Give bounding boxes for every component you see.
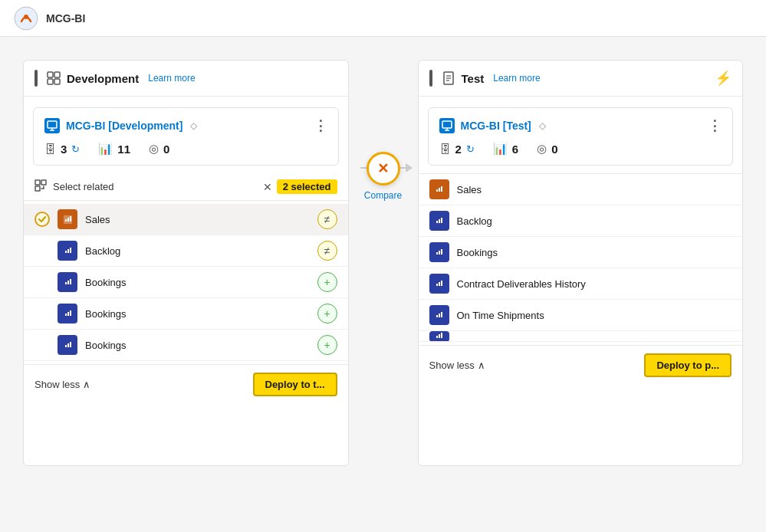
item-name-backlog-dev: Backlog (85, 245, 310, 257)
item-name-sales-dev: Sales (85, 214, 310, 225)
test-learn-more-link[interactable]: Learn more (493, 73, 540, 84)
svg-rect-3 (54, 72, 60, 77)
test-item-icon-blue (429, 305, 449, 325)
test-reports-stat: 📊 6 (493, 142, 518, 156)
database-icon: 🗄 (44, 143, 56, 156)
compare-label[interactable]: Compare (364, 190, 402, 201)
svg-rect-11 (35, 186, 40, 191)
list-item[interactable]: Backlog ≠ (24, 235, 348, 267)
app-logo-icon (14, 6, 38, 31)
item-name-contract-test: Contract Deliverables History (457, 278, 732, 290)
test-diamond-icon: ◇ (539, 120, 546, 131)
test-bar-chart-icon: 📊 (493, 142, 508, 156)
test-stage-header: Test Learn more ⚡ (419, 61, 743, 97)
test-show-less-btn[interactable]: Show less ∧ (429, 360, 485, 371)
test-item-icon-blue (429, 242, 449, 262)
compare-container: ✕ Compare (349, 152, 418, 201)
development-workspace-menu[interactable]: ⋮ (314, 117, 327, 134)
list-item[interactable]: Backlog (419, 205, 743, 237)
dashboard-icon: ◎ (149, 142, 159, 156)
test-settings-icon[interactable]: ⚡ (715, 70, 731, 87)
development-dashboards-stat: ◎ 0 (149, 142, 169, 156)
test-refresh-icon[interactable]: ↻ (466, 143, 475, 155)
selected-count-badge: 2 selected (277, 179, 337, 194)
development-stage-header: Development Learn more (24, 61, 348, 97)
test-item-icon-blue (429, 211, 449, 231)
select-related-label: Select related (53, 181, 257, 192)
stage-dev-icon (47, 71, 61, 85)
test-dashboard-icon: ◎ (537, 142, 547, 156)
stage-bar-test (429, 70, 432, 87)
development-show-less-btn[interactable]: Show less ∧ (35, 379, 90, 390)
list-item-partial[interactable] (419, 331, 743, 342)
list-item[interactable]: Bookings + (24, 298, 348, 330)
development-reports-stat: 📊 11 (98, 142, 130, 156)
item-diff-btn-sales[interactable]: ≠ (317, 209, 337, 229)
list-item[interactable]: Sales (419, 174, 743, 205)
test-datasets-count: 2 (455, 143, 462, 156)
list-item[interactable]: Bookings + (24, 267, 348, 298)
test-item-icon-orange (429, 179, 449, 199)
item-icon-blue (58, 272, 77, 292)
list-item[interactable]: Sales ≠ (24, 204, 348, 235)
list-item[interactable]: Bookings (419, 237, 743, 268)
clear-selection-icon[interactable]: ✕ (263, 181, 272, 193)
main-content: Development Learn more MCG-BI [Developme… (0, 37, 766, 481)
test-dashboards-count: 0 (551, 143, 557, 156)
list-item[interactable]: On Time Shipments (419, 300, 743, 331)
svg-rect-4 (48, 79, 53, 84)
test-reports-count: 6 (512, 143, 518, 156)
item-diff-btn-backlog[interactable]: ≠ (317, 241, 337, 261)
item-name-ontime-test: On Time Shipments (457, 310, 732, 321)
development-deploy-btn[interactable]: Deploy to t... (253, 373, 337, 396)
development-datasets-stat: 🗄 3 ↻ (44, 143, 80, 156)
svg-rect-5 (54, 79, 60, 84)
development-dashboards-count: 0 (163, 143, 169, 156)
compare-circle-btn[interactable]: ✕ (367, 152, 400, 186)
item-name-bookings-dev-3: Bookings (85, 340, 310, 351)
test-stats-row: 🗄 2 ↻ 📊 6 ◎ 0 (439, 142, 722, 156)
pipeline-arrow-area: ✕ Compare (349, 60, 418, 201)
test-item-icon-blue (429, 274, 449, 294)
development-diamond-icon: ◇ (190, 120, 197, 131)
svg-rect-17 (442, 121, 452, 128)
item-name-bookings-dev-1: Bookings (85, 277, 310, 288)
development-stage-title: Development (67, 72, 139, 85)
stage-bar-dev (35, 70, 38, 87)
svg-point-1 (24, 15, 28, 19)
item-name-bookings-test: Bookings (457, 247, 732, 258)
item-add-btn-bookings-3[interactable]: + (317, 335, 337, 355)
svg-rect-10 (41, 180, 46, 185)
item-add-btn-bookings-2[interactable]: + (317, 304, 337, 323)
development-workspace-header: MCG-BI [Development] ◇ ⋮ (44, 117, 327, 134)
test-workspace-menu[interactable]: ⋮ (708, 117, 722, 134)
test-workspace-name: MCG-BI [Test] (461, 120, 531, 132)
test-stage-title: Test (462, 72, 485, 85)
development-stage-footer: Show less ∧ Deploy to t... (24, 364, 348, 404)
development-learn-more-link[interactable]: Learn more (148, 73, 195, 84)
list-item[interactable]: Contract Deliverables History (419, 268, 743, 300)
development-refresh-icon[interactable]: ↻ (71, 143, 80, 155)
item-check-circle (35, 212, 50, 227)
test-dashboards-stat: ◎ 0 (537, 142, 557, 156)
stage-test-icon (442, 71, 455, 85)
test-workspace-monitor-icon (439, 118, 455, 133)
item-add-btn-bookings-1[interactable]: + (317, 272, 337, 292)
test-deploy-btn[interactable]: Deploy to p... (644, 353, 731, 377)
top-bar: MCG-BI (0, 0, 766, 37)
select-related-icon (35, 179, 47, 194)
selected-badge: ✕ 2 selected (263, 179, 337, 194)
item-icon-blue (58, 335, 77, 355)
test-header-right: ⚡ (715, 70, 731, 87)
list-item[interactable]: Bookings + (24, 330, 348, 361)
item-icon-orange (58, 209, 77, 229)
development-item-list: Sales ≠ Backlog ≠ Bookings + (24, 204, 348, 364)
workspace-monitor-icon (44, 118, 60, 133)
svg-rect-2 (48, 72, 53, 77)
development-workspace-name: MCG-BI [Development] (66, 120, 182, 132)
test-datasets-stat: 🗄 2 ↻ (439, 143, 475, 156)
bar-chart-icon: 📊 (98, 142, 113, 156)
test-chevron-up-icon: ∧ (478, 360, 485, 371)
item-name-backlog-test: Backlog (457, 215, 732, 227)
test-database-icon: 🗄 (439, 143, 451, 156)
